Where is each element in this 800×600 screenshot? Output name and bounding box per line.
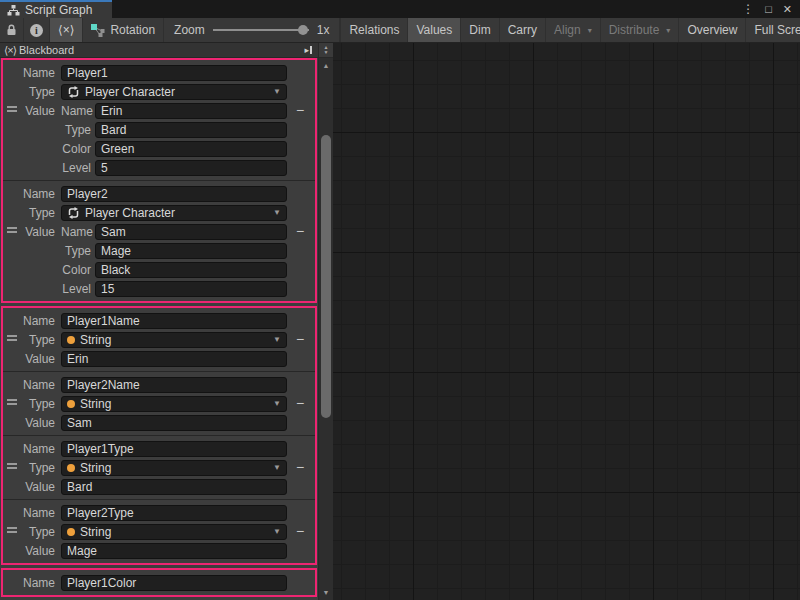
rotation-label: Rotation bbox=[110, 23, 155, 37]
variable-name-input[interactable]: Player1Color bbox=[61, 575, 287, 591]
code-icon: ⟨×⟩ bbox=[4, 44, 16, 57]
variable-name-input[interactable]: Player2Type bbox=[61, 505, 287, 521]
value-field-input[interactable]: Mage bbox=[95, 243, 287, 259]
remove-variable-button[interactable]: − bbox=[292, 395, 308, 411]
name-label: Name bbox=[3, 506, 61, 520]
sub-field-label: Name bbox=[61, 104, 95, 118]
drag-handle[interactable] bbox=[7, 399, 17, 407]
tab-script-graph[interactable]: Script Graph bbox=[0, 0, 112, 18]
full-screen-button[interactable]: Full Screen bbox=[745, 18, 800, 42]
player-character-icon bbox=[67, 207, 80, 219]
graph-toolbar: i ⟨×⟩ Rotation Zoom 1x Relations Values … bbox=[0, 18, 800, 43]
remove-variable-button[interactable]: − bbox=[292, 223, 308, 239]
graph-canvas[interactable] bbox=[333, 43, 800, 600]
variable-name-input[interactable]: Player2 bbox=[61, 186, 287, 202]
distribute-button[interactable]: Distribute▾ bbox=[600, 18, 679, 42]
value-field-input[interactable]: 15 bbox=[95, 281, 287, 297]
selection-frame: − Name Player1 Type bbox=[1, 58, 317, 303]
lock-button[interactable] bbox=[0, 18, 24, 42]
drag-handle[interactable] bbox=[7, 527, 17, 535]
chevron-down-icon: ▼ bbox=[273, 87, 281, 96]
blackboard-scrollbar[interactable]: ▲ ▼ ▲ ▼ bbox=[318, 43, 333, 600]
toolbar-right-group: Relations Values Dim Carry Align▾ Distri… bbox=[340, 18, 800, 42]
variable-group-player2name: − Name Player2Name Type String ▼ bbox=[3, 371, 315, 435]
rotation-button[interactable]: Rotation bbox=[83, 18, 164, 42]
sub-field-label: Color bbox=[61, 142, 95, 156]
blackboard-title: Blackboard bbox=[19, 44, 74, 56]
chevron-down-icon: ▼ bbox=[273, 527, 281, 536]
remove-variable-button[interactable]: − bbox=[292, 331, 308, 347]
variable-value-input[interactable]: Erin bbox=[61, 351, 287, 367]
window-menu-icon[interactable]: ⋮ bbox=[742, 2, 754, 16]
variable-group-player1type: − Name Player1Type Type String ▼ bbox=[3, 435, 315, 499]
value-label: Value bbox=[3, 480, 61, 494]
variable-value-input[interactable]: Mage bbox=[61, 543, 287, 559]
blackboard-header: ⟨×⟩ Blackboard ▸ bbox=[0, 43, 318, 58]
chevron-down-icon: ▾ bbox=[588, 26, 592, 35]
value-field-input[interactable]: Bard bbox=[95, 122, 287, 138]
variable-type-dropdown[interactable]: Player Character ▼ bbox=[61, 84, 287, 100]
drag-handle[interactable] bbox=[7, 463, 17, 471]
relations-button[interactable]: Relations bbox=[340, 18, 407, 42]
drag-handle[interactable] bbox=[7, 227, 17, 235]
close-icon[interactable]: ✕ bbox=[783, 3, 792, 16]
variable-type-dropdown[interactable]: Player Character ▼ bbox=[61, 205, 287, 221]
dim-button[interactable]: Dim bbox=[460, 18, 498, 42]
remove-variable-button[interactable]: − bbox=[292, 459, 308, 475]
graph-node-icon bbox=[91, 24, 105, 37]
info-button[interactable]: i bbox=[24, 18, 50, 42]
value-field-input[interactable]: 5 bbox=[95, 160, 287, 176]
variable-group-player1: − Name Player1 Type bbox=[3, 60, 315, 180]
remove-variable-button[interactable]: − bbox=[292, 102, 308, 118]
zoom-value: 1x bbox=[317, 23, 330, 37]
variable-name-input[interactable]: Player1 bbox=[61, 65, 287, 81]
overview-button[interactable]: Overview bbox=[678, 18, 745, 42]
variable-type-dropdown[interactable]: String ▼ bbox=[61, 396, 287, 412]
variable-name-input[interactable]: Player1Type bbox=[61, 441, 287, 457]
sub-field-label: Name bbox=[61, 225, 95, 239]
value-field-input[interactable]: Sam bbox=[95, 224, 287, 240]
chevron-down-icon: ▼ bbox=[273, 463, 281, 472]
align-button[interactable]: Align▾ bbox=[545, 18, 600, 42]
dock-toggle-icon[interactable]: ▸ bbox=[304, 45, 314, 55]
zoom-label: Zoom bbox=[174, 23, 205, 37]
variable-name-input[interactable]: Player1Name bbox=[61, 313, 287, 329]
drag-handle[interactable] bbox=[7, 335, 17, 343]
remove-variable-button[interactable]: − bbox=[292, 523, 308, 539]
variable-value-input[interactable]: Sam bbox=[61, 415, 287, 431]
variable-name-input[interactable]: Player2Name bbox=[61, 377, 287, 393]
value-label: Value bbox=[3, 416, 61, 430]
spinner-down-icon: ▼ bbox=[324, 50, 329, 55]
carry-button[interactable]: Carry bbox=[499, 18, 545, 42]
lock-icon bbox=[6, 24, 17, 36]
hierarchy-icon bbox=[7, 5, 20, 16]
values-button[interactable]: Values bbox=[407, 18, 460, 42]
value-label: Value bbox=[3, 544, 61, 558]
scroll-down-icon[interactable]: ▼ bbox=[319, 589, 333, 596]
variable-type-dropdown[interactable]: String ▼ bbox=[61, 460, 287, 476]
variable-type-dropdown[interactable]: String ▼ bbox=[61, 524, 287, 540]
scroll-spinner[interactable]: ▲ ▼ bbox=[319, 43, 333, 58]
code-view-button[interactable]: ⟨×⟩ bbox=[50, 18, 83, 42]
scrollbar-thumb[interactable] bbox=[321, 135, 331, 418]
variable-group-player1color: Name Player1Color bbox=[3, 570, 315, 595]
player-character-icon bbox=[67, 86, 80, 98]
value-field-input[interactable]: Erin bbox=[95, 103, 287, 119]
value-field-input[interactable]: Green bbox=[95, 141, 287, 157]
zoom-slider[interactable] bbox=[213, 29, 309, 31]
value-field-input[interactable]: Black bbox=[95, 262, 287, 278]
variable-group-player2: − Name Player2 Type bbox=[3, 180, 315, 301]
drag-handle[interactable] bbox=[7, 106, 17, 114]
maximize-icon[interactable]: □ bbox=[765, 3, 772, 15]
tab-title: Script Graph bbox=[25, 3, 92, 17]
variable-value-input[interactable]: Bard bbox=[61, 479, 287, 495]
zoom-control: Zoom 1x bbox=[164, 18, 340, 42]
code-icon: ⟨×⟩ bbox=[58, 23, 74, 37]
window-body: ⟨×⟩ Blackboard ▸ − Name Player1 bbox=[0, 43, 800, 600]
scroll-up-icon[interactable]: ▲ bbox=[319, 62, 333, 69]
string-type-icon bbox=[67, 464, 75, 472]
variable-type-dropdown[interactable]: String ▼ bbox=[61, 332, 287, 348]
string-type-icon bbox=[67, 400, 75, 408]
zoom-slider-knob[interactable] bbox=[298, 25, 308, 35]
sub-field-label: Color bbox=[61, 263, 95, 277]
